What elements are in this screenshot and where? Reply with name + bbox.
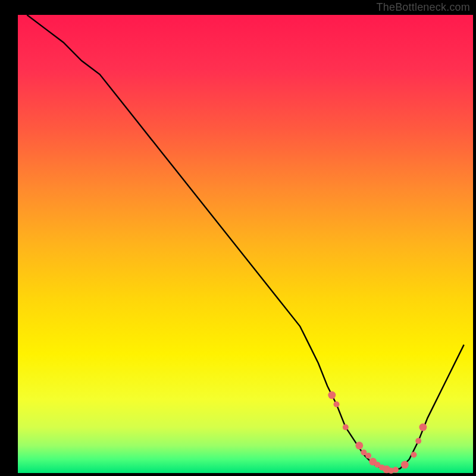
chart-container: { "attribution": "TheBottleneck.com", "c… [0, 0, 476, 476]
highlight-dot [355, 441, 363, 449]
bottleneck-chart [0, 0, 476, 476]
plot-background [18, 15, 473, 473]
highlight-dot [328, 392, 336, 399]
highlight-dot [343, 424, 349, 430]
highlight-dot [411, 452, 417, 458]
highlight-dot [415, 438, 421, 444]
highlight-dot [365, 453, 371, 459]
highlight-dot [419, 424, 427, 431]
highlight-dot [401, 461, 409, 469]
highlight-dot [393, 467, 399, 473]
highlight-dot [334, 402, 340, 408]
